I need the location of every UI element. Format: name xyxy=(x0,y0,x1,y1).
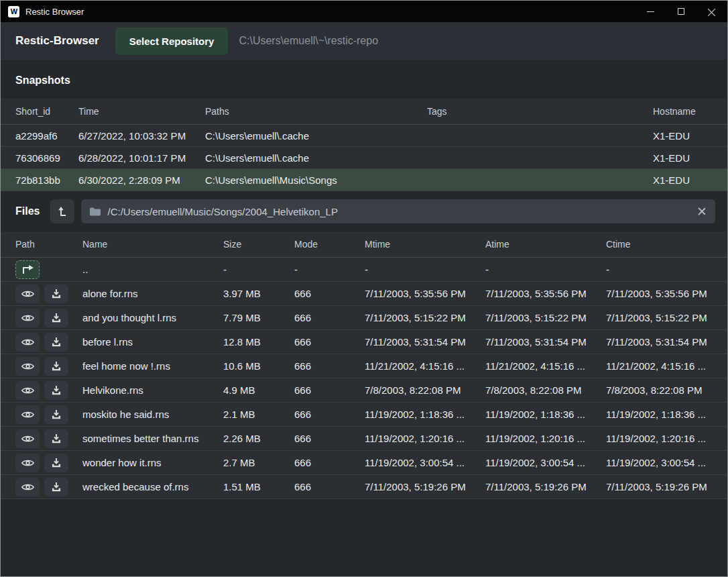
col-name: Name xyxy=(82,239,223,250)
maximize-button[interactable] xyxy=(666,1,696,22)
file-mode: 666 xyxy=(294,457,365,468)
preview-file-button[interactable] xyxy=(15,405,40,424)
col-ctime: Ctime xyxy=(606,239,713,250)
files-bar: Files /C:/Users/emuell/Music/Songs/2004_… xyxy=(1,191,727,231)
titlebar[interactable]: W Restic Browser xyxy=(1,1,727,22)
preview-file-button[interactable] xyxy=(15,454,40,472)
download-file-button[interactable] xyxy=(44,405,68,424)
repository-path: C:\Users\emuell\~\restic-repo xyxy=(239,35,378,47)
file-mtime: 7/11/2003, 5:19:26 PM xyxy=(365,481,485,492)
file-row[interactable]: moskito he said.rns 2.1 MB 666 11/19/200… xyxy=(1,403,727,427)
file-size: 7.79 MB xyxy=(223,312,294,323)
file-mtime: 11/19/2002, 3:00:54 ... xyxy=(365,457,485,468)
file-name: sometimes better than.rns xyxy=(82,433,223,444)
download-icon xyxy=(52,434,61,443)
up-level-button[interactable] xyxy=(50,199,74,223)
file-ctime: 11/19/2002, 3:00:54 ... xyxy=(606,457,713,468)
col-path: Path xyxy=(15,239,82,250)
file-name: and you thought l.rns xyxy=(82,312,223,323)
clear-path-button[interactable] xyxy=(697,207,707,216)
file-size: - xyxy=(223,264,294,275)
preview-file-button[interactable] xyxy=(15,429,40,448)
snapshot-paths: C:\Users\emuell\.cache xyxy=(205,152,427,164)
file-ctime: 7/8/2003, 8:22:08 PM xyxy=(606,384,713,396)
file-name: Helvikone.rns xyxy=(82,384,223,396)
download-file-button[interactable] xyxy=(44,381,68,400)
download-file-button[interactable] xyxy=(44,309,68,327)
file-row[interactable]: Helvikone.rns 4.9 MB 666 7/8/2003, 8:22:… xyxy=(1,378,727,403)
file-size: 3.97 MB xyxy=(223,288,294,299)
file-row[interactable]: wonder how it.rns 2.7 MB 666 11/19/2002,… xyxy=(1,451,727,475)
preview-file-button[interactable] xyxy=(15,284,40,303)
minimize-button[interactable] xyxy=(635,1,666,22)
files-path-input[interactable]: /C:/Users/emuell/Music/Songs/2004_Helvet… xyxy=(81,199,715,223)
col-mtime: Mtime xyxy=(365,239,485,250)
select-repository-button[interactable]: Select Repository xyxy=(115,28,229,55)
return-arrow-icon xyxy=(21,264,34,274)
file-ctime: 11/19/2002, 1:20:16 ... xyxy=(606,433,713,444)
window-title: Restic Browser xyxy=(25,7,84,17)
file-row[interactable]: before l.rns 12.8 MB 666 7/11/2003, 5:31… xyxy=(1,330,727,354)
file-mode: 666 xyxy=(294,433,365,444)
file-mtime: 7/11/2003, 5:35:56 PM xyxy=(365,288,485,299)
eye-icon xyxy=(21,362,34,371)
up-level-icon xyxy=(58,206,68,217)
eye-icon xyxy=(21,458,34,468)
file-name: alone for.rns xyxy=(82,288,223,299)
download-icon xyxy=(52,337,61,347)
file-atime: 7/11/2003, 5:15:22 PM xyxy=(485,312,606,323)
preview-file-button[interactable] xyxy=(15,478,40,496)
preview-file-button[interactable] xyxy=(15,333,40,352)
preview-file-button[interactable] xyxy=(15,309,40,327)
file-row[interactable]: wrecked because of.rns 1.51 MB 666 7/11/… xyxy=(1,475,727,499)
snapshot-row[interactable]: 76306869 6/28/2022, 10:01:17 PM C:\Users… xyxy=(1,147,727,169)
file-ctime: 7/11/2003, 5:31:54 PM xyxy=(606,336,713,348)
download-icon xyxy=(52,362,61,371)
preview-file-button[interactable] xyxy=(15,357,40,376)
file-ctime: 7/11/2003, 5:15:22 PM xyxy=(606,312,713,323)
download-file-button[interactable] xyxy=(44,357,68,376)
col-tags: Tags xyxy=(427,106,653,117)
file-mtime: 11/19/2002, 1:20:16 ... xyxy=(365,433,485,444)
file-row[interactable]: feel home now !.rns 10.6 MB 666 11/21/20… xyxy=(1,354,727,378)
files-table-header: Path Name Size Mode Mtime Atime Ctime xyxy=(1,231,727,258)
app-window: W Restic Browser Restic-Browser Select R… xyxy=(0,0,728,577)
download-file-button[interactable] xyxy=(44,454,68,472)
snapshots-table-header: Short_id Time Paths Tags Hostname xyxy=(1,99,727,125)
file-row[interactable]: and you thought l.rns 7.79 MB 666 7/11/2… xyxy=(1,306,727,330)
snapshot-row[interactable]: a2299af6 6/27/2022, 10:03:32 PM C:\Users… xyxy=(1,125,727,147)
snapshot-time: 6/30/2022, 2:28:09 PM xyxy=(78,174,205,186)
download-file-button[interactable] xyxy=(44,333,68,352)
minimize-icon xyxy=(647,11,654,12)
file-size: 4.9 MB xyxy=(223,384,294,396)
file-mode: 666 xyxy=(294,288,365,299)
preview-file-button[interactable] xyxy=(15,381,40,400)
file-mtime: 11/19/2002, 1:18:36 ... xyxy=(365,409,485,420)
eye-icon xyxy=(21,434,34,443)
snapshot-row-selected[interactable]: 72b813bb 6/30/2022, 2:28:09 PM C:\Users\… xyxy=(1,169,727,191)
download-file-button[interactable] xyxy=(44,284,68,303)
snapshot-short-id: 76306869 xyxy=(15,152,78,164)
file-mode: 666 xyxy=(294,409,365,420)
file-name: moskito he said.rns xyxy=(82,409,223,420)
file-atime: 7/11/2003, 5:31:54 PM xyxy=(485,336,606,348)
col-paths: Paths xyxy=(205,106,427,117)
download-file-button[interactable] xyxy=(44,478,68,496)
download-icon xyxy=(52,410,61,419)
file-ctime: 11/19/2002, 1:18:36 ... xyxy=(606,409,713,420)
files-path-value: /C:/Users/emuell/Music/Songs/2004_Helvet… xyxy=(107,206,697,217)
col-short-id: Short_id xyxy=(15,106,78,117)
snapshot-hostname: X1-EDU xyxy=(653,174,713,186)
file-row[interactable]: alone for.rns 3.97 MB 666 7/11/2003, 5:3… xyxy=(1,282,727,306)
col-atime: Atime xyxy=(485,239,606,250)
snapshot-time: 6/28/2022, 10:01:17 PM xyxy=(78,152,205,164)
download-file-button[interactable] xyxy=(44,429,68,448)
go-parent-button[interactable] xyxy=(15,260,40,279)
file-name: feel home now !.rns xyxy=(82,360,223,372)
parent-directory-row[interactable]: .. - - - - - xyxy=(1,258,727,282)
eye-icon xyxy=(21,337,34,347)
download-icon xyxy=(52,289,61,299)
file-atime: 11/19/2002, 3:00:54 ... xyxy=(485,457,606,468)
close-button[interactable] xyxy=(696,1,727,22)
file-row[interactable]: sometimes better than.rns 2.26 MB 666 11… xyxy=(1,427,727,451)
